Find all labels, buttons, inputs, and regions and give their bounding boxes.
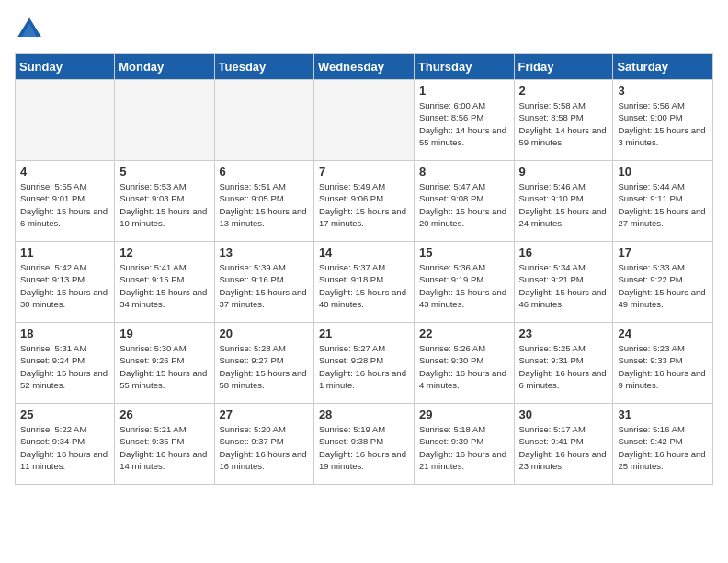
weekday-header-tuesday: Tuesday — [214, 54, 313, 80]
day-info: Sunrise: 5:58 AM Sunset: 8:58 PM Dayligh… — [519, 99, 609, 148]
day-number: 8 — [419, 165, 509, 178]
day-info: Sunrise: 6:00 AM Sunset: 8:56 PM Dayligh… — [419, 99, 509, 148]
day-info: Sunrise: 5:56 AM Sunset: 9:00 PM Dayligh… — [618, 99, 708, 148]
day-info: Sunrise: 5:39 AM Sunset: 9:16 PM Dayligh… — [220, 261, 309, 310]
day-number: 21 — [319, 327, 409, 340]
calendar-cell: 6Sunrise: 5:51 AM Sunset: 9:05 PM Daylig… — [214, 161, 313, 242]
logo — [15, 15, 48, 44]
calendar-cell: 23Sunrise: 5:25 AM Sunset: 9:31 PM Dayli… — [514, 323, 613, 404]
day-number: 14 — [319, 246, 409, 259]
day-info: Sunrise: 5:33 AM Sunset: 9:22 PM Dayligh… — [618, 261, 708, 310]
calendar-week-4: 18Sunrise: 5:31 AM Sunset: 9:24 PM Dayli… — [16, 323, 713, 404]
day-info: Sunrise: 5:37 AM Sunset: 9:18 PM Dayligh… — [319, 261, 409, 310]
day-info: Sunrise: 5:30 AM Sunset: 9:26 PM Dayligh… — [119, 342, 209, 391]
day-number: 4 — [20, 165, 109, 178]
day-info: Sunrise: 5:47 AM Sunset: 9:08 PM Dayligh… — [419, 180, 509, 229]
weekday-header-sunday: Sunday — [16, 54, 115, 80]
calendar-cell: 27Sunrise: 5:20 AM Sunset: 9:37 PM Dayli… — [214, 404, 313, 485]
day-info: Sunrise: 5:51 AM Sunset: 9:05 PM Dayligh… — [220, 180, 309, 229]
calendar-cell — [115, 80, 214, 161]
day-number: 7 — [319, 165, 409, 178]
day-number: 22 — [419, 327, 509, 340]
calendar-cell: 19Sunrise: 5:30 AM Sunset: 9:26 PM Dayli… — [115, 323, 214, 404]
day-info: Sunrise: 5:44 AM Sunset: 9:11 PM Dayligh… — [618, 180, 708, 229]
day-number: 25 — [20, 408, 109, 421]
day-info: Sunrise: 5:53 AM Sunset: 9:03 PM Dayligh… — [119, 180, 209, 229]
calendar-cell: 11Sunrise: 5:42 AM Sunset: 9:13 PM Dayli… — [16, 242, 115, 323]
calendar-cell: 29Sunrise: 5:18 AM Sunset: 9:39 PM Dayli… — [414, 404, 514, 485]
day-info: Sunrise: 5:31 AM Sunset: 9:24 PM Dayligh… — [20, 342, 109, 391]
day-number: 26 — [119, 408, 209, 421]
calendar-week-5: 25Sunrise: 5:22 AM Sunset: 9:34 PM Dayli… — [16, 404, 713, 485]
calendar-cell — [16, 80, 115, 161]
calendar-cell: 28Sunrise: 5:19 AM Sunset: 9:38 PM Dayli… — [313, 404, 414, 485]
day-number: 9 — [519, 165, 609, 178]
calendar-cell: 22Sunrise: 5:26 AM Sunset: 9:30 PM Dayli… — [414, 323, 514, 404]
day-info: Sunrise: 5:28 AM Sunset: 9:27 PM Dayligh… — [220, 342, 309, 391]
day-number: 13 — [220, 246, 309, 259]
calendar-cell: 13Sunrise: 5:39 AM Sunset: 9:16 PM Dayli… — [214, 242, 313, 323]
calendar-cell: 12Sunrise: 5:41 AM Sunset: 9:15 PM Dayli… — [115, 242, 214, 323]
calendar-cell: 15Sunrise: 5:36 AM Sunset: 9:19 PM Dayli… — [414, 242, 514, 323]
day-info: Sunrise: 5:25 AM Sunset: 9:31 PM Dayligh… — [519, 342, 609, 391]
day-info: Sunrise: 5:19 AM Sunset: 9:38 PM Dayligh… — [319, 423, 409, 472]
day-number: 20 — [220, 327, 309, 340]
day-info: Sunrise: 5:16 AM Sunset: 9:42 PM Dayligh… — [618, 423, 708, 472]
day-info: Sunrise: 5:46 AM Sunset: 9:10 PM Dayligh… — [519, 180, 609, 229]
day-number: 31 — [618, 408, 708, 421]
day-number: 29 — [419, 408, 509, 421]
calendar-cell: 24Sunrise: 5:23 AM Sunset: 9:33 PM Dayli… — [613, 323, 713, 404]
day-number: 23 — [519, 327, 609, 340]
day-info: Sunrise: 5:22 AM Sunset: 9:34 PM Dayligh… — [20, 423, 109, 472]
day-number: 19 — [119, 327, 209, 340]
calendar-table: SundayMondayTuesdayWednesdayThursdayFrid… — [15, 53, 713, 485]
day-info: Sunrise: 5:20 AM Sunset: 9:37 PM Dayligh… — [220, 423, 309, 472]
day-number: 6 — [220, 165, 309, 178]
calendar-header-row: SundayMondayTuesdayWednesdayThursdayFrid… — [16, 54, 713, 80]
day-number: 16 — [519, 246, 609, 259]
calendar-cell: 3Sunrise: 5:56 AM Sunset: 9:00 PM Daylig… — [613, 80, 713, 161]
day-number: 3 — [618, 84, 708, 98]
calendar-cell: 14Sunrise: 5:37 AM Sunset: 9:18 PM Dayli… — [313, 242, 414, 323]
calendar-cell: 20Sunrise: 5:28 AM Sunset: 9:27 PM Dayli… — [214, 323, 313, 404]
calendar-cell: 25Sunrise: 5:22 AM Sunset: 9:34 PM Dayli… — [16, 404, 115, 485]
day-info: Sunrise: 5:18 AM Sunset: 9:39 PM Dayligh… — [419, 423, 509, 472]
calendar-cell: 30Sunrise: 5:17 AM Sunset: 9:41 PM Dayli… — [514, 404, 613, 485]
day-info: Sunrise: 5:49 AM Sunset: 9:06 PM Dayligh… — [319, 180, 409, 229]
calendar-cell: 10Sunrise: 5:44 AM Sunset: 9:11 PM Dayli… — [613, 161, 713, 242]
weekday-header-friday: Friday — [514, 54, 613, 80]
calendar-cell — [313, 80, 414, 161]
day-number: 12 — [119, 246, 209, 259]
day-number: 27 — [220, 408, 309, 421]
day-info: Sunrise: 5:23 AM Sunset: 9:33 PM Dayligh… — [618, 342, 708, 391]
calendar-cell: 21Sunrise: 5:27 AM Sunset: 9:28 PM Dayli… — [313, 323, 414, 404]
day-number: 10 — [618, 165, 708, 178]
calendar-cell: 17Sunrise: 5:33 AM Sunset: 9:22 PM Dayli… — [613, 242, 713, 323]
calendar-cell: 4Sunrise: 5:55 AM Sunset: 9:01 PM Daylig… — [16, 161, 115, 242]
day-number: 2 — [519, 84, 609, 98]
day-info: Sunrise: 5:55 AM Sunset: 9:01 PM Dayligh… — [20, 180, 109, 229]
day-info: Sunrise: 5:41 AM Sunset: 9:15 PM Dayligh… — [119, 261, 209, 310]
calendar-week-1: 1Sunrise: 6:00 AM Sunset: 8:56 PM Daylig… — [16, 80, 713, 161]
day-number: 5 — [119, 165, 209, 178]
weekday-header-monday: Monday — [115, 54, 214, 80]
day-info: Sunrise: 5:42 AM Sunset: 9:13 PM Dayligh… — [20, 261, 109, 310]
calendar-week-2: 4Sunrise: 5:55 AM Sunset: 9:01 PM Daylig… — [16, 161, 713, 242]
day-info: Sunrise: 5:17 AM Sunset: 9:41 PM Dayligh… — [519, 423, 609, 472]
calendar-week-3: 11Sunrise: 5:42 AM Sunset: 9:13 PM Dayli… — [16, 242, 713, 323]
day-info: Sunrise: 5:27 AM Sunset: 9:28 PM Dayligh… — [319, 342, 409, 391]
day-info: Sunrise: 5:26 AM Sunset: 9:30 PM Dayligh… — [419, 342, 509, 391]
day-info: Sunrise: 5:21 AM Sunset: 9:35 PM Dayligh… — [119, 423, 209, 472]
calendar-cell — [214, 80, 313, 161]
day-number: 1 — [419, 84, 509, 98]
calendar-cell: 1Sunrise: 6:00 AM Sunset: 8:56 PM Daylig… — [414, 80, 514, 161]
weekday-header-thursday: Thursday — [414, 54, 514, 80]
day-number: 11 — [20, 246, 109, 259]
weekday-header-saturday: Saturday — [613, 54, 713, 80]
day-number: 17 — [618, 246, 708, 259]
calendar-cell: 8Sunrise: 5:47 AM Sunset: 9:08 PM Daylig… — [414, 161, 514, 242]
page-header — [15, 15, 713, 44]
day-number: 18 — [20, 327, 109, 340]
day-number: 30 — [519, 408, 609, 421]
day-info: Sunrise: 5:34 AM Sunset: 9:21 PM Dayligh… — [519, 261, 609, 310]
